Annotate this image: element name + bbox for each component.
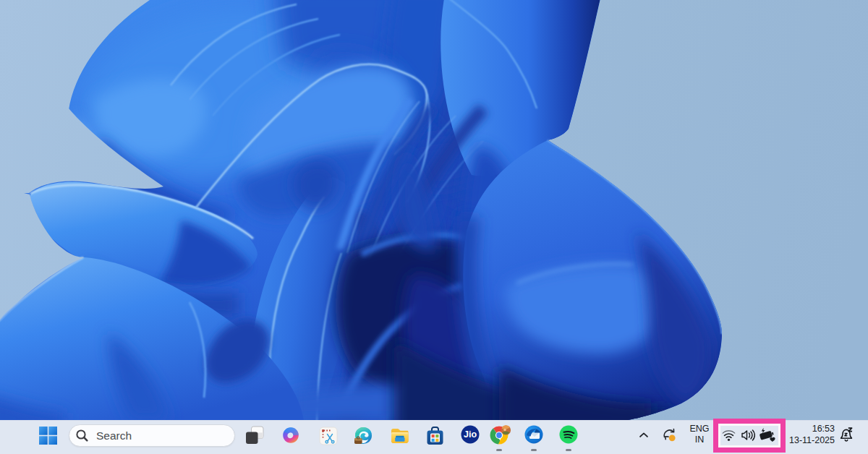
svg-text:Jio: Jio bbox=[464, 429, 477, 440]
